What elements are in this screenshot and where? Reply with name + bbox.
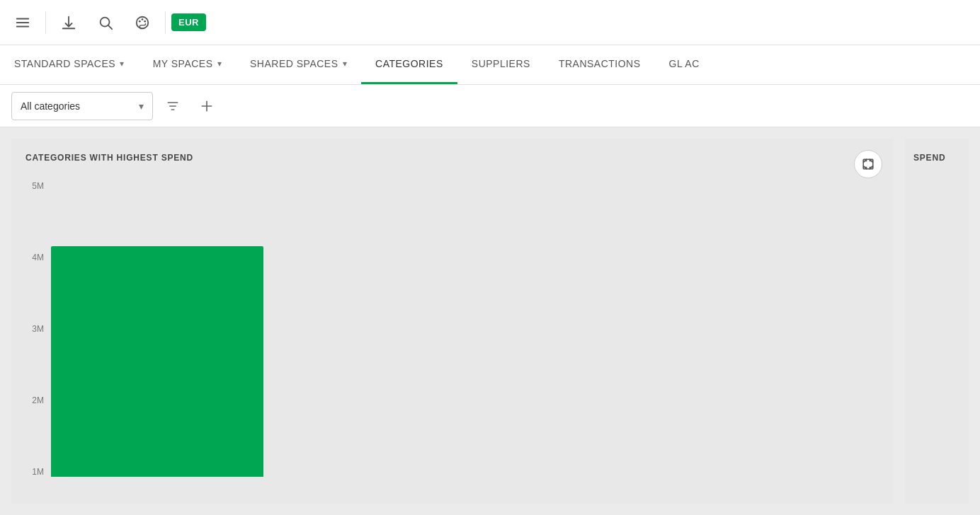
main-content: CATEGORIES WITH HIGHEST SPEND 5M 4M 3M 2… [0, 127, 980, 515]
y-label-2m: 2M [32, 395, 44, 405]
menu-icon [15, 15, 30, 30]
tab-gl-ac[interactable]: GL AC [655, 45, 714, 84]
chart-bars [51, 181, 879, 477]
expand-button[interactable] [854, 150, 882, 178]
tab-categories[interactable]: CATEGORIES [361, 45, 457, 84]
y-label-4m: 4M [32, 253, 44, 262]
expand-icon [862, 158, 874, 170]
menu-button[interactable] [6, 6, 40, 40]
filter-icon [166, 99, 180, 113]
download-icon [61, 15, 76, 30]
tab-shared-spaces[interactable]: SHARED SPACES ▾ [236, 45, 361, 84]
search-icon [98, 15, 113, 30]
tab-my-spaces[interactable]: MY SPACES ▾ [139, 45, 236, 84]
spend-card-title: SPEND [913, 153, 960, 163]
category-select[interactable]: All categories ▾ [11, 92, 153, 120]
chevron-down-icon: ▾ [139, 100, 144, 112]
nav-tabs: STANDARD SPACES ▾ MY SPACES ▾ SHARED SPA… [0, 45, 980, 85]
chevron-down-icon: ▾ [120, 59, 125, 69]
y-axis: 5M 4M 3M 2M 1M [25, 181, 51, 477]
add-icon [200, 99, 214, 113]
svg-point-7 [139, 20, 141, 22]
y-label-3m: 3M [32, 324, 44, 334]
tab-transactions[interactable]: TRANSACTIONS [545, 45, 655, 84]
palette-icon [135, 15, 150, 30]
chart-card-title: CATEGORIES WITH HIGHEST SPEND [25, 153, 879, 163]
svg-point-9 [144, 20, 146, 22]
currency-badge[interactable]: EUR [171, 13, 206, 31]
toolbar-divider-1 [45, 11, 46, 34]
add-filter-button[interactable] [193, 92, 221, 120]
categories-chart-card: CATEGORIES WITH HIGHEST SPEND 5M 4M 3M 2… [11, 139, 894, 504]
svg-line-5 [108, 25, 112, 29]
search-button[interactable] [89, 6, 122, 40]
palette-button[interactable] [125, 6, 159, 40]
svg-point-8 [142, 18, 144, 21]
toolbar: EUR [0, 0, 980, 45]
filter-bar: All categories ▾ [0, 85, 980, 127]
tab-standard-spaces[interactable]: STANDARD SPACES ▾ [0, 45, 139, 84]
y-label-1m: 1M [32, 467, 44, 477]
chevron-down-icon: ▾ [343, 59, 348, 69]
filter-button[interactable] [159, 92, 187, 120]
spend-card: SPEND [905, 139, 969, 504]
download-button[interactable] [52, 6, 86, 40]
bar-1[interactable] [51, 246, 263, 477]
tab-suppliers[interactable]: SUPPLIERS [457, 45, 545, 84]
toolbar-divider-2 [165, 11, 166, 34]
chevron-down-icon: ▾ [217, 59, 222, 69]
y-label-5m: 5M [32, 181, 44, 191]
chart-area: 5M 4M 3M 2M 1M [25, 174, 879, 477]
